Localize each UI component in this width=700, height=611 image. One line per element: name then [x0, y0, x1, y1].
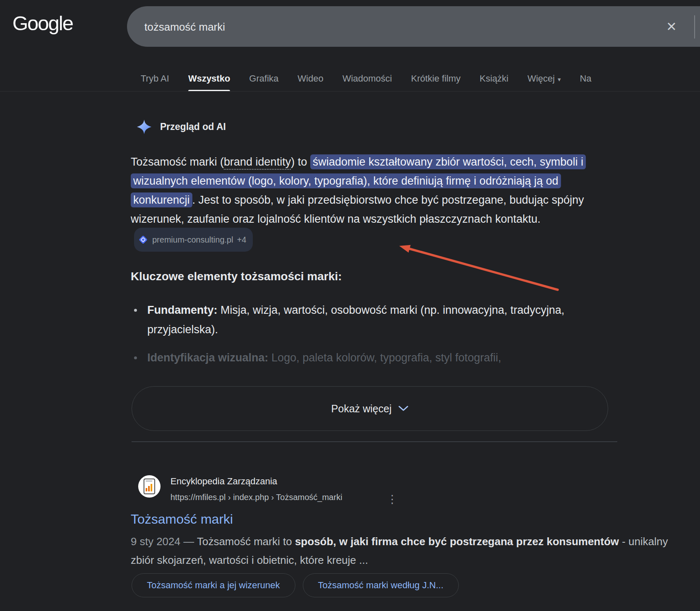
snippet-bold-text: sposób, w jaki firma chce być postrzegan… [295, 535, 619, 548]
related-chip-wizerunek[interactable]: Tożsamość marki a jej wizerunek [132, 573, 295, 597]
ai-sparkle-icon [137, 119, 152, 135]
source-diamond-icon [138, 234, 149, 245]
tab-wiadomosci[interactable]: Wiadomości [343, 73, 392, 91]
paragraph-text: ) to [291, 156, 310, 168]
result-type-tabs: Tryb AI Wszystko Grafika Wideo Wiadomośc… [141, 69, 592, 91]
tab-narzedzia-truncated[interactable]: Na [580, 73, 591, 91]
section-divider [132, 441, 617, 442]
result-favicon-phone-chart-icon [138, 475, 161, 498]
source-extra-count: +4 [237, 230, 247, 249]
source-chip[interactable]: premium-consulting.pl+4 [134, 228, 253, 252]
ai-overview-header: Przegląd od AI [137, 119, 226, 135]
result-site-name: Encyklopedia Zarządzania [170, 476, 277, 487]
google-logo: Google [12, 12, 73, 35]
chevron-down-icon [398, 406, 408, 411]
ai-overview-subheading: Kluczowe elementy tożsamości marki: [131, 270, 342, 283]
google-serp-page: Google ✕ Tryb AI Wszystko Grafika Wideo … [0, 0, 700, 611]
search-input[interactable] [144, 6, 621, 48]
source-domain: premium-consulting.pl [152, 230, 233, 249]
bullet-fundamenty: Fundamenty: Misja, wizja, wartości, osob… [131, 301, 625, 339]
dropdown-caret-icon: ▾ [558, 76, 561, 83]
search-bar-divider [694, 15, 695, 38]
ai-overview-paragraph: Tożsamość marki (brand identity) to świa… [131, 152, 621, 253]
clear-search-icon[interactable]: ✕ [662, 18, 681, 36]
paragraph-text: Tożsamość marki ( [131, 156, 224, 168]
defined-term[interactable]: brand identity [224, 156, 291, 170]
tabs-bottom-rule [0, 91, 700, 91]
tab-krotkie-filmy[interactable]: Krótkie filmy [411, 73, 460, 91]
more-options-icon[interactable]: ⋮ [385, 491, 400, 508]
search-bar[interactable]: ✕ [127, 6, 700, 47]
result-breadcrumb: https://mfiles.pl › index.php › Tożsamoś… [170, 493, 342, 502]
tab-grafika[interactable]: Grafika [249, 73, 278, 91]
tab-wszystko[interactable]: Wszystko [188, 73, 230, 91]
tab-wiecej[interactable]: Więcej▾ [527, 73, 561, 91]
related-links-row: Tożsamość marki a jej wizerunek Tożsamoś… [132, 573, 459, 597]
tab-tryb-ai[interactable]: Tryb AI [141, 73, 169, 91]
show-more-button[interactable]: Pokaż więcej [132, 386, 608, 431]
related-chip-wedlug-jn[interactable]: Tożsamość marki według J.N... [303, 573, 459, 597]
show-more-label: Pokaż więcej [331, 403, 392, 415]
result-title-link[interactable]: Tożsamość marki [131, 512, 233, 527]
ai-overview-bullet-list: Fundamenty: Misja, wizja, wartości, osob… [131, 301, 625, 376]
ai-overview-label: Przegląd od AI [160, 121, 226, 132]
bullet-identyfikacja-faded: Identyfikacja wizualna: Logo, paleta kol… [131, 348, 625, 368]
paragraph-text: . Jest to sposób, w jaki przedsiębiorstw… [131, 194, 584, 225]
tab-ksiazki[interactable]: Książki [479, 73, 508, 91]
tab-wideo[interactable]: Wideo [297, 73, 323, 91]
result-snippet: 9 sty 2024 — Tożsamość marki to sposób, … [131, 532, 669, 570]
snippet-date: 9 sty 2024 — [131, 535, 197, 548]
